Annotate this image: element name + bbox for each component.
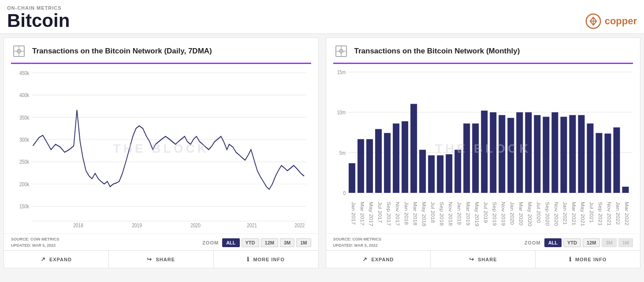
chart2-zoom-controls[interactable]: ZOOM ALL YTD 12M 3M 1M — [525, 238, 633, 247]
svg-text:Nov 2020: Nov 2020 — [554, 202, 558, 226]
svg-rect-59 — [525, 113, 532, 193]
info-icon: ℹ — [247, 256, 249, 263]
chart1-share-btn[interactable]: ↪ SHARE — [109, 251, 214, 268]
chart1-title: Transactions on the Bitcoin Network (Dai… — [32, 47, 212, 56]
chart1-source: SOURCE: COIN METRICS UPDATED: MAR 5, 202… — [11, 237, 60, 248]
chart2-more-info-btn[interactable]: ℹ MORE INFO — [536, 251, 640, 268]
header-right: copper — [585, 13, 637, 31]
svg-text:Jul 2020: Jul 2020 — [536, 202, 541, 223]
svg-text:Nov 2019: Nov 2019 — [501, 202, 506, 226]
expand2-label: EXPAND — [371, 257, 394, 262]
chart1-expand-btn[interactable]: ↗ EXPAND — [4, 251, 109, 268]
zoom-1m-btn[interactable]: 1M — [296, 238, 311, 247]
chart1-svg: 450k 400k 350k 300k 250k 200k 150k 2018 … — [11, 68, 311, 232]
svg-rect-56 — [499, 115, 505, 193]
svg-text:2022: 2022 — [294, 223, 305, 229]
svg-text:Sep 2020: Sep 2020 — [545, 202, 550, 226]
charts-container: Transactions on the Bitcoin Network (Dai… — [0, 34, 644, 272]
svg-text:Nov 2018: Nov 2018 — [448, 202, 453, 226]
zoom2-12m-btn[interactable]: 12M — [583, 238, 600, 247]
svg-text:May 2017: May 2017 — [369, 202, 373, 226]
svg-text:2021: 2021 — [247, 223, 257, 229]
svg-rect-66 — [587, 124, 593, 193]
svg-text:2020: 2020 — [190, 223, 201, 229]
svg-text:400k: 400k — [19, 93, 30, 98]
svg-rect-70 — [622, 187, 629, 193]
more-info2-label: MORE INFO — [575, 257, 607, 262]
svg-text:15m: 15m — [337, 69, 345, 75]
svg-text:350k: 350k — [19, 115, 30, 120]
chart1-icon — [11, 43, 27, 59]
chart1-more-info-btn[interactable]: ℹ MORE INFO — [214, 251, 318, 268]
chart1-action-bar: ↗ EXPAND ↪ SHARE ℹ MORE INFO — [4, 250, 318, 268]
svg-rect-50 — [446, 154, 452, 193]
svg-text:Jan 2019: Jan 2019 — [457, 202, 462, 225]
chart2-action-bar: ↗ EXPAND ↪ SHARE ℹ MORE INFO — [326, 250, 640, 268]
svg-rect-54 — [481, 111, 488, 193]
svg-text:May 2019: May 2019 — [474, 202, 479, 226]
info2-icon: ℹ — [569, 256, 572, 263]
svg-rect-46 — [410, 104, 417, 193]
svg-text:Jul 2018: Jul 2018 — [430, 202, 435, 223]
zoom-all-btn[interactable]: ALL — [222, 238, 239, 247]
chart2-share-btn[interactable]: ↪ SHARE — [431, 251, 536, 268]
chart1-header: Transactions on the Bitcoin Network (Dai… — [4, 38, 318, 59]
zoom-ytd-btn[interactable]: YTD — [242, 238, 259, 247]
svg-rect-55 — [490, 113, 496, 193]
zoom-12m-btn[interactable]: 12M — [261, 238, 278, 247]
chart2-footer: SOURCE: COIN METRICS UPDATED: MAR 5, 202… — [326, 233, 640, 250]
chart1-area: THE BLOCK 450k 400k 350k 300k 250k 200k … — [4, 64, 318, 233]
chart2-title: Transactions on the Bitcoin Network (Mon… — [354, 47, 520, 56]
svg-text:450k: 450k — [19, 70, 30, 76]
zoom-label: ZOOM — [202, 240, 219, 245]
svg-text:Mar 2020: Mar 2020 — [518, 202, 523, 225]
expand-icon: ↗ — [41, 256, 46, 263]
chart-panel-monthly: Transactions on the Bitcoin Network (Mon… — [326, 38, 641, 268]
svg-text:Jul 2019: Jul 2019 — [483, 202, 488, 223]
page-title: Bitcoin — [7, 11, 70, 31]
zoom2-ytd-btn[interactable]: YTD — [563, 238, 581, 247]
svg-text:Mar 2018: Mar 2018 — [413, 202, 417, 225]
svg-text:Sep 2018: Sep 2018 — [439, 202, 444, 226]
svg-rect-68 — [604, 134, 611, 193]
chart2-source: SOURCE: COIN METRICS UPDATED: MAR 5, 202… — [333, 237, 382, 248]
svg-rect-53 — [472, 124, 479, 193]
svg-text:Sep 2017: Sep 2017 — [386, 202, 391, 226]
svg-rect-40 — [357, 139, 364, 193]
svg-rect-52 — [463, 124, 470, 193]
svg-text:May 2018: May 2018 — [421, 202, 426, 226]
svg-text:Jan 2017: Jan 2017 — [351, 202, 356, 225]
zoom2-1m-btn: 1M — [618, 238, 633, 247]
chart2-expand-btn[interactable]: ↗ EXPAND — [326, 251, 431, 268]
share-label: SHARE — [156, 257, 175, 262]
svg-rect-49 — [437, 155, 443, 193]
chart2-icon — [333, 43, 349, 59]
copper-brand-text: copper — [605, 15, 637, 27]
svg-rect-61 — [543, 117, 549, 193]
svg-text:Nov 2017: Nov 2017 — [395, 202, 400, 226]
svg-rect-63 — [560, 117, 567, 193]
chart2-svg: 15m 10m 5m 0 — [333, 68, 633, 233]
svg-text:Jan 2020: Jan 2020 — [510, 202, 514, 225]
svg-text:Jan 2022: Jan 2022 — [615, 202, 620, 225]
svg-rect-65 — [578, 115, 584, 193]
zoom-3m-btn[interactable]: 3M — [280, 238, 294, 247]
svg-rect-60 — [534, 115, 540, 193]
svg-rect-62 — [551, 113, 558, 193]
svg-text:Jan 2018: Jan 2018 — [404, 202, 409, 225]
svg-text:250k: 250k — [19, 159, 30, 165]
expand2-icon: ↗ — [362, 256, 368, 263]
page-header: ON-CHAIN METRICS Bitcoin copper — [0, 0, 644, 34]
share-icon: ↪ — [147, 256, 152, 263]
svg-rect-43 — [384, 133, 391, 193]
svg-text:2018: 2018 — [73, 223, 83, 229]
share2-icon: ↪ — [469, 256, 474, 263]
zoom2-all-btn[interactable]: ALL — [544, 238, 562, 247]
chart1-zoom-controls[interactable]: ZOOM ALL YTD 12M 3M 1M — [202, 238, 311, 247]
svg-rect-69 — [613, 128, 620, 193]
svg-text:Mar 2021: Mar 2021 — [571, 202, 576, 225]
header-left: ON-CHAIN METRICS Bitcoin — [7, 5, 70, 31]
zoom2-3m-btn: 3M — [602, 238, 616, 247]
svg-rect-64 — [569, 115, 576, 193]
chart1-footer: SOURCE: COIN METRICS UPDATED: MAR 5, 202… — [4, 233, 318, 250]
